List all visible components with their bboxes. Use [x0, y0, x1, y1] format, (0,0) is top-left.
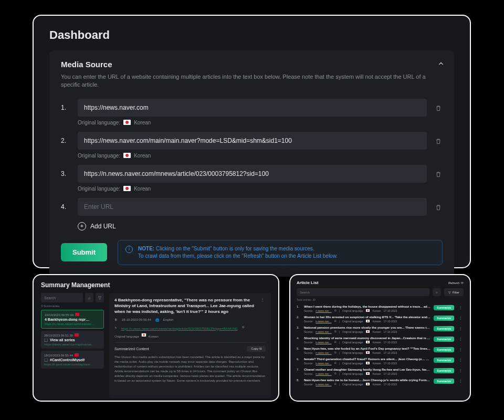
source-number: 4. [61, 198, 70, 211]
url-input-2[interactable] [78, 132, 427, 150]
note-label: NOTE: [138, 246, 154, 251]
search-icon[interactable]: ⌕ [433, 288, 441, 296]
more-icon[interactable]: ⋮ [457, 337, 464, 341]
article-title[interactable]: Shocking identity of eerie mermaid mummy… [304, 337, 430, 340]
delete-source-1[interactable] [434, 104, 443, 112]
bookmark-icon: ☐ [44, 358, 48, 363]
copy-icon[interactable]: ⧉ [334, 372, 337, 375]
copy-icon[interactable]: ⧉ [334, 319, 337, 323]
lang-label: Original language: [342, 341, 364, 344]
divider: | [339, 362, 340, 365]
more-icon[interactable]: ⋮ [457, 358, 464, 362]
source-link[interactable]: n.news.nav… [316, 320, 331, 323]
summary-item-1[interactable]: 19/10/2023 09:55:44 4 Baekhyeon-dong rep… [41, 310, 104, 329]
url-input-3[interactable] [78, 165, 427, 183]
page-title: Dashboard [49, 28, 454, 42]
article-title[interactable]: female? Third generation chaebol? fraud?… [304, 358, 430, 361]
copy-icon[interactable]: ⧉ [334, 351, 337, 354]
summary-item-3[interactable]: 18/10/2023 09:55:44 ☐#CantControlMyself … [41, 351, 104, 369]
flag-icon [142, 333, 146, 337]
article-title[interactable]: Chanel mother and daughter Samsung famil… [304, 368, 430, 371]
source-link[interactable]: n.news.nav… [316, 383, 331, 386]
article-date: 17-10-2023 [384, 309, 397, 312]
copy-icon[interactable]: ⧉ [334, 382, 337, 386]
lang-label: Original language: [342, 383, 364, 386]
copy-icon[interactable]: ⧉ [334, 340, 337, 344]
more-icon[interactable]: ⋮ [457, 368, 464, 373]
add-url-button[interactable]: + Add URL [78, 222, 443, 230]
orig-lang-value: Korean [148, 335, 158, 338]
flag-icon [366, 383, 370, 385]
article-title[interactable]: Nam Hyun-hee asks me to be honest... Jeo… [304, 379, 430, 382]
dashboard-card: Dashboard Media Source You can enter the… [33, 15, 471, 268]
summary-item-url: https://n.news.naver.com/mnews/… [45, 322, 100, 326]
summarize-button[interactable]: Summarize [434, 316, 454, 321]
source-link[interactable]: n.news.nav… [316, 351, 331, 354]
more-icon[interactable]: ⋮ [457, 379, 464, 383]
copy-icon[interactable]: ⧉ [334, 361, 337, 365]
article-title[interactable]: When I went there during the holidays, t… [304, 305, 430, 308]
link-icon: ↳ [114, 326, 117, 329]
search-icon[interactable]: ⌕ [85, 293, 93, 302]
summarize-button[interactable]: Summarize [434, 368, 454, 373]
summary-search-input[interactable] [41, 293, 83, 302]
summarize-button[interactable]: Summarize [434, 379, 454, 384]
detail-link[interactable]: https://n.news.naver.com/mnews/ranking/a… [121, 327, 238, 330]
summarize-button[interactable]: Summarize [434, 358, 454, 363]
media-source-desc: You can enter the URL of a website conta… [61, 73, 443, 89]
source-link[interactable]: n.news.nav… [316, 372, 331, 375]
copy-link-icon[interactable]: ⧉ [242, 326, 244, 329]
more-icon[interactable]: ⋮ [259, 297, 266, 315]
flag-icon [123, 120, 131, 125]
add-url-label: Add URL [90, 223, 116, 230]
article-number: 4. [297, 337, 301, 340]
summary-count: 3 Summaries [41, 304, 104, 308]
copy-button[interactable]: Copy ⧉ [247, 346, 266, 352]
filter-icon[interactable]: ▽ [96, 293, 104, 302]
summarize-button[interactable]: Summarize [434, 337, 454, 342]
flag-icon [366, 362, 370, 364]
summary-item-2[interactable]: 28/10/2023 09:51:30 ☐View all series htt… [41, 331, 104, 349]
article-title[interactable]: Woman in her 20s arrested on suspicion o… [304, 316, 430, 319]
source-label: Source: [304, 362, 313, 365]
more-icon[interactable]: ⋮ [457, 326, 464, 331]
lang-label: Original language: [78, 120, 120, 125]
more-icon[interactable]: ⋮ [457, 316, 464, 320]
summarize-button[interactable]: Summarize [434, 326, 454, 331]
bookmark-icon: ☐ [44, 338, 48, 343]
more-icon[interactable]: ⋮ [457, 347, 464, 352]
url-input-4[interactable] [78, 198, 427, 216]
delete-source-3[interactable] [434, 170, 443, 178]
copy-icon[interactable]: ⧉ [334, 330, 337, 333]
note-line-1: Clicking on the "Submit" button is only … [154, 246, 314, 251]
copy-icon[interactable]: ⧉ [334, 309, 337, 312]
summarize-button[interactable]: Summarize [434, 347, 454, 352]
flag-icon [123, 153, 131, 158]
source-label: Source: [304, 330, 313, 333]
detail-lang-badge: English [163, 318, 174, 321]
collapse-icon[interactable] [437, 60, 445, 69]
filter-button[interactable]: ▽ Filter [444, 288, 464, 296]
submit-button[interactable]: Submit [61, 243, 107, 261]
summary-management-card: Summary Management ⌕ ▽ 3 Summaries 19/10… [33, 274, 279, 402]
source-link[interactable]: n.news.nav… [316, 362, 331, 365]
summary-detail: 4 Baekhyeon-dong representative, "There … [109, 293, 271, 398]
more-icon[interactable]: ⋮ [457, 305, 464, 310]
lang-label: Original language: [342, 351, 364, 354]
source-label: Source: [304, 372, 313, 375]
article-row: 4. Shocking identity of eerie mermaid mu… [297, 335, 464, 345]
copy-button-label: Copy [251, 347, 258, 350]
article-search-input[interactable] [297, 288, 429, 296]
article-title[interactable]: National pension premiums rise more slow… [304, 326, 430, 329]
source-label: Source: [304, 351, 313, 354]
divider: | [339, 383, 340, 386]
delete-source-4[interactable] [434, 203, 443, 212]
source-link[interactable]: n.news.nav… [316, 330, 331, 333]
summarize-button[interactable]: Summarize [434, 305, 454, 310]
refresh-button[interactable]: Refresh ⟳ [448, 281, 464, 285]
delete-source-2[interactable] [434, 137, 443, 145]
source-link[interactable]: n.news.nav… [316, 341, 331, 344]
source-link[interactable]: n.news.nav… [316, 309, 331, 312]
url-input-1[interactable] [78, 99, 427, 117]
article-title[interactable]: Nam Hyun-hee, was she fooled by an April… [304, 347, 430, 350]
